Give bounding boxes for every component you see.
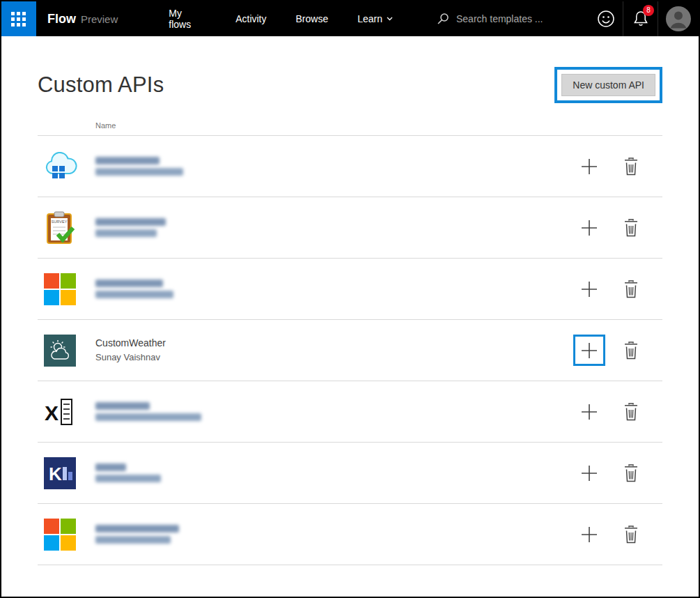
- row-actions: [573, 273, 662, 305]
- api-icon-cell: SURVEY: [38, 211, 95, 245]
- nav-activity[interactable]: Activity: [221, 1, 281, 36]
- delete-api-button[interactable]: [623, 525, 639, 544]
- kpi-icon: K: [44, 457, 76, 489]
- add-api-button[interactable]: [580, 525, 599, 544]
- page-title: Custom APIs: [38, 72, 164, 98]
- excel-icon: X: [44, 396, 76, 428]
- avatar-icon: [665, 6, 692, 32]
- row-actions: [573, 396, 662, 427]
- nav-activity-label: Activity: [235, 13, 266, 24]
- notification-count-badge: 8: [643, 5, 654, 16]
- row-actions: [573, 151, 662, 182]
- table-row[interactable]: K: [38, 443, 662, 504]
- api-icon-cell: [38, 152, 95, 181]
- column-header-name: Name: [95, 121, 662, 130]
- api-name-cell: [95, 276, 573, 302]
- chevron-down-icon: [387, 17, 393, 21]
- api-name: CustomWeather: [95, 336, 573, 351]
- redacted-api-name: [95, 463, 126, 471]
- redacted-api-owner: [95, 536, 171, 544]
- primary-nav: My flows Activity Browse Learn: [154, 1, 407, 36]
- app-launcher-button[interactable]: [1, 1, 36, 36]
- nav-browse[interactable]: Browse: [281, 1, 343, 36]
- custom-api-table: SURVEY: [38, 135, 662, 565]
- highlight-box-new-custom-api: New custom API: [554, 67, 662, 103]
- api-name-cell: [95, 521, 573, 547]
- redacted-api-name: [95, 279, 163, 287]
- row-actions: [573, 212, 662, 243]
- new-custom-api-button[interactable]: New custom API: [561, 74, 655, 96]
- main-content: Custom APIs New custom API Name: [1, 67, 699, 565]
- nav-my-flows[interactable]: My flows: [154, 1, 221, 36]
- redacted-api-name: [95, 525, 179, 532]
- table-row[interactable]: [38, 504, 662, 565]
- search-input[interactable]: [456, 13, 589, 24]
- add-api-button[interactable]: [580, 157, 599, 176]
- api-icon-cell: [38, 273, 95, 305]
- add-api-button[interactable]: [580, 341, 599, 360]
- highlight-box-add-api: [573, 335, 605, 366]
- delete-api-button[interactable]: [623, 279, 639, 299]
- search-icon: [437, 13, 449, 25]
- brand: FlowPreview: [47, 12, 118, 26]
- svg-text:X: X: [45, 401, 59, 424]
- row-actions: [573, 335, 662, 366]
- table-row[interactable]: [38, 259, 662, 320]
- table-row[interactable]: SURVEY: [38, 197, 662, 259]
- api-name-cell: CustomWeather Sunay Vaishnav: [95, 336, 573, 365]
- microsoft-logo-icon: [44, 519, 76, 551]
- redacted-api-owner: [95, 291, 173, 298]
- delete-api-button[interactable]: [623, 402, 639, 422]
- feedback-button[interactable]: [589, 1, 623, 36]
- notifications-button[interactable]: 8: [623, 1, 658, 36]
- table-row[interactable]: X: [38, 381, 662, 443]
- app-window: FlowPreview My flows Activity Browse Lea…: [0, 0, 700, 598]
- add-api-button[interactable]: [580, 463, 599, 483]
- nav-learn-label: Learn: [357, 13, 382, 24]
- redacted-api-name: [95, 218, 166, 226]
- table-row[interactable]: [38, 136, 662, 197]
- svg-text:SURVEY: SURVEY: [52, 220, 68, 224]
- delete-api-button[interactable]: [623, 341, 639, 360]
- delete-api-button[interactable]: [623, 157, 639, 176]
- api-owner: Sunay Vaishnav: [95, 351, 573, 365]
- api-icon-cell: [38, 519, 95, 551]
- add-api-button[interactable]: [580, 218, 599, 238]
- nav-my-flows-label: My flows: [169, 8, 206, 30]
- top-navigation-bar: FlowPreview My flows Activity Browse Lea…: [1, 1, 699, 36]
- survey-clipboard-icon: SURVEY: [44, 211, 76, 245]
- topbar-actions: 8: [589, 1, 699, 36]
- row-actions: [573, 519, 662, 550]
- redacted-api-owner: [95, 413, 201, 421]
- brand-name: Flow: [47, 12, 76, 26]
- waffle-icon: [11, 12, 26, 26]
- delete-api-button[interactable]: [623, 463, 639, 483]
- api-name-cell: [95, 399, 573, 424]
- add-api-button[interactable]: [580, 402, 599, 422]
- delete-api-button[interactable]: [623, 218, 639, 238]
- smiley-icon: [597, 10, 615, 28]
- nav-browse-label: Browse: [296, 13, 329, 24]
- redacted-api-owner: [95, 168, 183, 176]
- api-icon-cell: K: [38, 457, 95, 489]
- add-api-button[interactable]: [580, 279, 599, 299]
- api-name-cell: [95, 215, 573, 240]
- redacted-api-owner: [95, 475, 161, 482]
- nav-learn[interactable]: Learn: [343, 1, 407, 36]
- account-button[interactable]: [658, 1, 699, 36]
- api-name-cell: [95, 153, 573, 179]
- cloud-windows-icon: [44, 152, 79, 181]
- api-icon-cell: X: [38, 396, 95, 428]
- redacted-api-owner: [95, 229, 157, 237]
- brand-suffix: Preview: [81, 13, 118, 25]
- redacted-api-name: [95, 402, 150, 410]
- template-search: [437, 13, 589, 25]
- api-name-cell: [95, 460, 573, 486]
- row-actions: [573, 457, 662, 489]
- api-icon-cell: [38, 335, 95, 367]
- svg-text:K: K: [49, 463, 62, 484]
- microsoft-logo-icon: [44, 273, 76, 305]
- table-row-customweather[interactable]: CustomWeather Sunay Vaishnav: [38, 320, 662, 381]
- weather-icon: [44, 335, 76, 367]
- redacted-api-name: [95, 157, 160, 164]
